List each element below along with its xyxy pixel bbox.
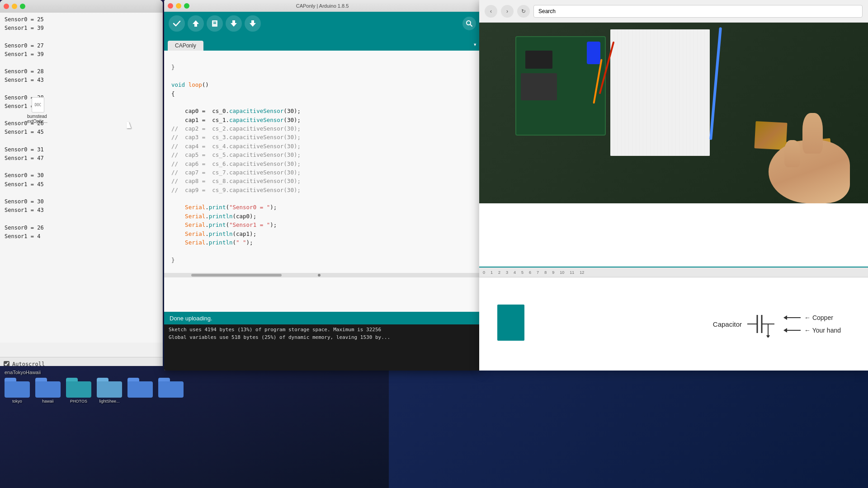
right-browser-panel: ‹ › ↻ xyxy=(479,0,868,371)
copper-label-text: ← Copper xyxy=(804,314,833,321)
ruler-7: 7 xyxy=(537,270,539,275)
caponly-tab[interactable]: CAPonly xyxy=(168,41,203,51)
verify-button[interactable] xyxy=(169,15,185,32)
spacer-7 xyxy=(5,189,158,197)
serial-monitor-titlebar xyxy=(0,0,163,13)
reading-s0-6: Sensor0 = 31 xyxy=(5,145,158,154)
ruler-4: 4 xyxy=(514,270,516,275)
close-button[interactable] xyxy=(4,4,9,9)
spacer-2 xyxy=(5,59,158,67)
folder-extra4[interactable] xyxy=(158,378,184,404)
spacer-8 xyxy=(5,215,158,223)
ruler-3: 3 xyxy=(506,270,508,275)
folder-icon-extra2 xyxy=(97,378,122,398)
folder-extra1[interactable]: PHOTOS xyxy=(66,378,91,404)
arduino-titlebar: CAPonly | Arduino 1.8.5 xyxy=(164,0,481,12)
folder-icon-tokyo xyxy=(5,378,30,398)
ruler-9: 9 xyxy=(552,270,554,275)
arrow-labels: ← Copper ← Your hand xyxy=(783,314,841,334)
open-icon xyxy=(230,19,238,28)
svg-marker-5 xyxy=(250,20,256,27)
ruler-0: 0 xyxy=(483,270,485,275)
ruler-1: 1 xyxy=(491,270,493,275)
browser-back-button[interactable]: ‹ xyxy=(485,5,497,18)
browser-refresh-button[interactable]: ↻ xyxy=(517,5,530,18)
finger-shape xyxy=(802,113,823,154)
folder-label-hawaii: hawaii xyxy=(42,399,54,404)
folder-label-extra2: lightShee... xyxy=(99,399,119,404)
reading-s1-2: Sensor1 = 39 xyxy=(5,50,158,59)
copper-arrow xyxy=(783,315,801,320)
browser-toolbar: ‹ › ↻ xyxy=(479,0,868,23)
arduino-maximize-button[interactable] xyxy=(184,3,189,9)
reading-s0-4: Sensor0 = 28 xyxy=(5,94,158,102)
arrow-tip-hand xyxy=(783,328,787,333)
reading-s1-3: Sensor1 = 43 xyxy=(5,76,158,84)
spacer-5 xyxy=(5,137,158,145)
svg-line-7 xyxy=(470,24,472,26)
ruler-12: 12 xyxy=(580,270,584,275)
code-editor-area[interactable]: } void loop() { cap0 = cs_0.capacitiveSe… xyxy=(164,51,481,312)
circuit-diagram: Capacitor xyxy=(713,310,841,338)
arduino-window-title: CAPonly | Arduino 1.8.5 xyxy=(296,3,349,9)
serial-output-area: Sensor0 = 25 Sensor1 = 39 Sensor0 = 27 S… xyxy=(0,13,163,343)
browser-search-input[interactable] xyxy=(533,5,863,18)
folder-tokyo[interactable]: tokyo xyxy=(5,378,30,404)
new-button[interactable] xyxy=(207,15,223,32)
folder-extra2[interactable]: lightShee... xyxy=(97,378,122,404)
scrollbar-position-indicator xyxy=(318,274,321,277)
horizontal-scrollbar[interactable] xyxy=(164,273,481,277)
folder-grid: tokyo hawaii PHOTOS lightShee... xyxy=(5,378,384,404)
arduino-minimize-button[interactable] xyxy=(176,3,181,9)
download-button[interactable] xyxy=(245,15,261,32)
browser-forward-button[interactable]: › xyxy=(501,5,514,18)
capacitor-symbol-svg xyxy=(747,310,774,338)
circuit-diagram-section: 0 1 2 3 4 5 6 7 8 9 10 11 12 Capacitor xyxy=(479,267,868,371)
finder-labels: bumstead extOptic... xyxy=(27,114,47,124)
wire-blue xyxy=(709,27,722,140)
ruler-2: 2 xyxy=(498,270,500,275)
usb-port xyxy=(587,42,600,64)
folder-icon-hawaii xyxy=(35,378,61,398)
checkmark-icon xyxy=(173,19,181,28)
reading-s0-1: Sensor0 = 25 xyxy=(5,15,158,24)
svg-marker-0 xyxy=(193,20,199,27)
spacer-1 xyxy=(5,33,158,41)
folder-icon-extra1 xyxy=(66,378,91,398)
reading-s1-9: Sensor1 = 4 xyxy=(5,232,158,241)
reading-s0-2: Sensor0 = 27 xyxy=(5,42,158,50)
open-button[interactable] xyxy=(226,15,242,32)
serial-monitor-window: Sensor0 = 25 Sensor1 = 39 Sensor0 = 27 S… xyxy=(0,0,163,371)
folder-extra3[interactable] xyxy=(127,378,153,404)
arrow-line-hand xyxy=(787,330,801,331)
upload-button[interactable] xyxy=(188,15,204,32)
arduino-photo xyxy=(479,23,868,203)
arduino-toolbar xyxy=(164,12,481,35)
ruler-8: 8 xyxy=(544,270,547,275)
reading-s1-7: Sensor1 = 45 xyxy=(5,180,158,189)
hand-area xyxy=(760,113,859,203)
folder-hawaii[interactable]: hawaii xyxy=(35,378,61,404)
search-button[interactable] xyxy=(462,17,476,30)
console-output: Sketch uses 4194 bytes (13%) of program … xyxy=(164,324,481,371)
folder-label-tokyo: tokyo xyxy=(12,399,22,404)
hand-arrow-label: ← Your hand xyxy=(783,327,841,334)
download-icon xyxy=(249,19,257,28)
code-content: } void loop() { cap0 = cs_0.capacitiveSe… xyxy=(164,54,481,273)
reading-s0-8: Sensor0 = 30 xyxy=(5,197,158,206)
chip-2 xyxy=(521,73,557,100)
tab-dropdown-button[interactable]: ▾ xyxy=(473,41,477,51)
arrow-line-copper xyxy=(787,317,801,318)
spacer-6 xyxy=(5,163,158,171)
maximize-button[interactable] xyxy=(20,4,25,9)
arduino-tabs-bar: CAPonly ▾ xyxy=(164,35,481,51)
scrollbar-thumb[interactable] xyxy=(191,274,282,277)
reading-s0-7: Sensor0 = 30 xyxy=(5,171,158,180)
ruler-10: 10 xyxy=(560,270,564,275)
ruler-11: 11 xyxy=(570,270,574,275)
ruler-5: 5 xyxy=(521,270,524,275)
arduino-close-button[interactable] xyxy=(168,3,173,9)
arduino-board xyxy=(515,36,606,136)
minimize-button[interactable] xyxy=(12,4,17,9)
arduino-ide-window: CAPonly | Arduino 1.8.5 xyxy=(164,0,481,371)
